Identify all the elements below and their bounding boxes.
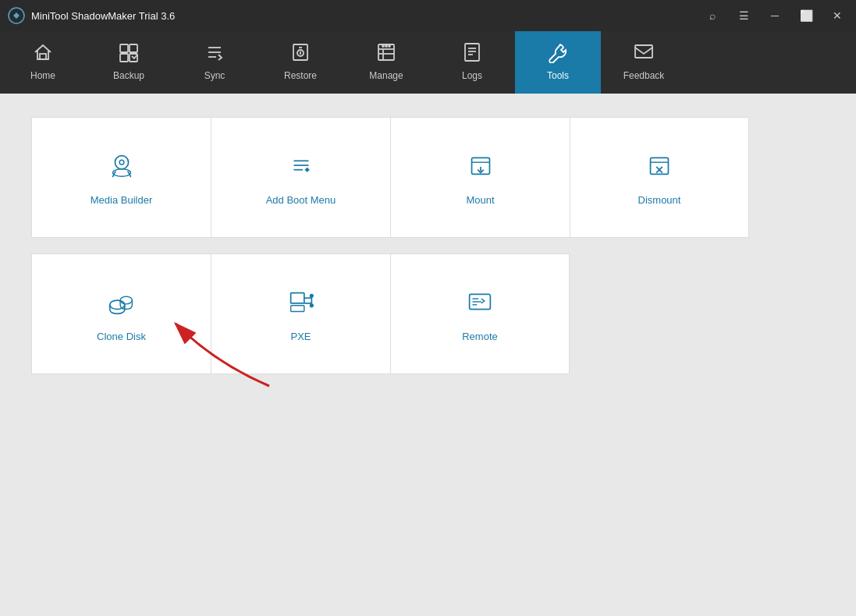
nav-feedback-label: Feedback: [623, 70, 665, 81]
nav-backup-label: Backup: [113, 70, 144, 81]
app-title: MiniTool ShadowMaker Trial 3.6: [31, 10, 701, 22]
add-boot-menu-card[interactable]: Add Boot Menu: [211, 117, 390, 238]
home-icon: [32, 41, 54, 66]
manage-icon: [375, 41, 397, 66]
svg-point-14: [115, 156, 128, 169]
dismount-icon: [643, 149, 676, 185]
svg-rect-28: [290, 293, 304, 303]
svg-rect-2: [120, 44, 128, 52]
pxe-icon: [285, 285, 318, 321]
mount-label: Mount: [466, 194, 494, 206]
tools-icon: [547, 41, 569, 66]
menu-button[interactable]: ☰: [733, 5, 755, 27]
nav-feedback[interactable]: Feedback: [601, 31, 687, 94]
add-boot-menu-label: Add Boot Menu: [266, 194, 336, 206]
svg-point-15: [119, 160, 124, 165]
svg-rect-3: [130, 44, 137, 52]
search-button[interactable]: ⌕: [701, 5, 723, 27]
media-builder-icon: [105, 149, 138, 185]
remote-icon: [464, 285, 496, 321]
svg-rect-4: [120, 54, 128, 62]
svg-rect-1: [40, 54, 46, 59]
minimize-button[interactable]: ─: [764, 5, 786, 27]
clone-disk-card[interactable]: Clone Disk: [31, 253, 211, 374]
nav-logs-label: Logs: [462, 70, 482, 81]
add-boot-menu-icon: [285, 149, 318, 185]
media-builder-label: Media Builder: [91, 194, 153, 206]
svg-point-32: [310, 294, 313, 297]
close-button[interactable]: ✕: [826, 5, 848, 27]
pxe-card[interactable]: PXE: [211, 253, 390, 374]
mount-card[interactable]: Mount: [390, 117, 570, 238]
clone-disk-label: Clone Disk: [97, 331, 146, 342]
app-logo: [8, 7, 25, 24]
main-content: Media Builder Add Boot Menu: [0, 94, 856, 616]
remote-card[interactable]: Remote: [390, 253, 570, 374]
clone-disk-icon: [105, 285, 138, 321]
nav-manage-label: Manage: [369, 70, 403, 81]
navbar: Home Backup Sync: [0, 31, 856, 94]
nav-restore[interactable]: Restore: [258, 31, 343, 94]
dismount-label: Dismount: [638, 194, 681, 206]
maximize-button[interactable]: ⬜: [795, 5, 817, 27]
nav-manage[interactable]: Manage: [343, 31, 429, 94]
feedback-icon: [633, 41, 655, 66]
dismount-card[interactable]: Dismount: [570, 117, 749, 238]
tools-row-2: Clone Disk PXE: [31, 253, 825, 374]
nav-logs[interactable]: Logs: [429, 31, 515, 94]
remote-label: Remote: [462, 331, 498, 342]
svg-rect-13: [635, 45, 652, 58]
svg-point-26: [109, 300, 124, 309]
logs-icon: [461, 41, 483, 66]
nav-backup[interactable]: Backup: [86, 31, 172, 94]
pxe-label: PXE: [290, 331, 311, 342]
mount-icon: [464, 149, 497, 185]
titlebar: MiniTool ShadowMaker Trial 3.6 ⌕ ☰ ─ ⬜ ✕: [0, 0, 856, 31]
svg-point-33: [310, 304, 313, 307]
nav-home[interactable]: Home: [0, 31, 86, 94]
nav-tools-label: Tools: [547, 70, 569, 81]
nav-home-label: Home: [30, 70, 55, 81]
nav-sync-label: Sync: [204, 70, 226, 81]
backup-icon: [118, 41, 140, 66]
svg-point-11: [389, 45, 390, 47]
sync-icon: [204, 41, 226, 66]
media-builder-card[interactable]: Media Builder: [31, 117, 211, 238]
nav-sync[interactable]: Sync: [172, 31, 258, 94]
svg-point-9: [385, 45, 387, 47]
tools-row-1: Media Builder Add Boot Menu: [31, 117, 825, 238]
window-controls: ⌕ ☰ ─ ⬜ ✕: [701, 5, 848, 27]
restore-icon: [289, 41, 311, 66]
svg-rect-29: [290, 306, 304, 312]
nav-tools[interactable]: Tools: [515, 31, 601, 94]
svg-rect-12: [465, 44, 479, 61]
svg-point-10: [382, 45, 384, 47]
nav-restore-label: Restore: [284, 70, 317, 81]
svg-point-27: [120, 296, 132, 304]
